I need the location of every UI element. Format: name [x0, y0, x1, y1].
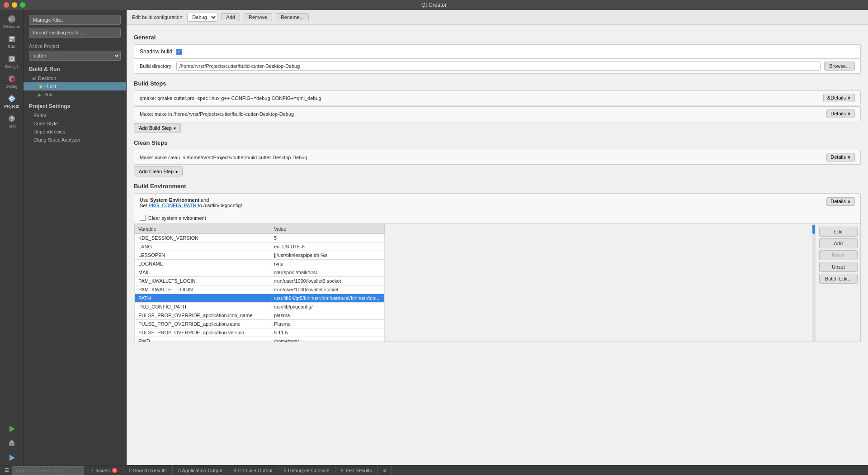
- env-table: Variable Value KDE_SESSION_VERSION5LANGe…: [134, 224, 385, 342]
- add-build-step-button[interactable]: Add Build Step ▾: [134, 123, 181, 133]
- env-table-wrapper: Variable Value KDE_SESSION_VERSION5LANGe…: [134, 224, 861, 342]
- edit-label: Edit: [8, 44, 15, 49]
- titlebar-controls: [4, 2, 25, 8]
- env-edit-button[interactable]: Edit: [819, 227, 858, 237]
- table-row[interactable]: PWD/home/rvrsr: [135, 337, 385, 342]
- env-description-text: Use System Environment and Set PKG_CONFI…: [140, 197, 826, 208]
- clear-env-label: Clear system environment: [148, 215, 206, 221]
- statusbar-tab-search[interactable]: 2 Search Results: [123, 466, 173, 475]
- minimize-btn[interactable]: [12, 2, 17, 8]
- env-col-variable: Variable: [135, 224, 270, 234]
- build-dir-label: Build directory:: [140, 63, 173, 69]
- env-scrollbar[interactable]: [812, 224, 816, 342]
- env-header-row: Use System Environment and Set PKG_CONFI…: [134, 193, 861, 212]
- titlebar: Qt Creator: [0, 0, 868, 10]
- env-batch-edit-button[interactable]: Batch Edit...: [819, 274, 858, 284]
- pkg-config-link[interactable]: PKG_CONFIG_PATH: [149, 203, 197, 208]
- close-btn[interactable]: [4, 2, 9, 8]
- env-action-buttons: Edit Add Reset Unset Batch Edit...: [819, 224, 860, 342]
- sidebar-item-help[interactable]: ? Help: [0, 111, 23, 131]
- run-button-icon[interactable]: [0, 422, 23, 436]
- table-row[interactable]: LANGen_US.UTF-8: [135, 242, 385, 251]
- statusbar-tabs: 1 Issues 9 2 Search Results 3 Applicatio…: [86, 466, 868, 475]
- table-row[interactable]: LOGNAMErvrsr: [135, 260, 385, 268]
- sidebar-item-edit[interactable]: Edit: [0, 32, 23, 52]
- monitor-icon: 🖥: [32, 76, 36, 81]
- sidebar-item-design[interactable]: Design: [0, 52, 23, 71]
- table-row[interactable]: PKG_CONFIG_PATH/usr/lib/pkgconfig/: [135, 303, 385, 311]
- rename-config-button[interactable]: Rename...: [276, 13, 309, 21]
- sidebar-item-welcome[interactable]: ⌂ Welcome: [0, 12, 23, 32]
- content-area: Edit build configuration: Debug Add Remo…: [127, 10, 868, 465]
- remove-config-button[interactable]: Remove: [244, 13, 272, 21]
- env-details-button[interactable]: Details ∧: [826, 197, 855, 206]
- sidebar-item-projects[interactable]: Projects: [0, 91, 23, 111]
- table-row[interactable]: MAIL/var/spool/mail/rvrsr: [135, 268, 385, 277]
- locate-input[interactable]: [12, 466, 84, 475]
- settings-item-clang[interactable]: Clang Static Analyzer: [24, 136, 126, 144]
- build-dir-input[interactable]: [176, 62, 821, 71]
- make-details-button[interactable]: Details ∨: [826, 109, 855, 118]
- debug-run-icon[interactable]: [0, 451, 23, 465]
- statusbar-toggle-btn[interactable]: ☰: [2, 466, 12, 475]
- add-config-button[interactable]: Add: [221, 13, 240, 21]
- shadow-build-label: Shadow build:: [140, 48, 174, 55]
- svg-rect-19: [9, 442, 14, 446]
- sidebar: Manage Kits... Import Existing Build... …: [24, 10, 127, 465]
- build-config-select[interactable]: Debug: [187, 13, 217, 22]
- statusbar-left: ☰: [0, 466, 86, 475]
- maximize-btn[interactable]: [20, 2, 25, 8]
- table-row[interactable]: KDE_SESSION_VERSION5: [135, 234, 385, 242]
- build-step-make: Make: make in /home/rvrsr/Projects/cutte…: [134, 106, 861, 121]
- tree-item-run[interactable]: ▶ Run: [24, 90, 126, 99]
- projects-label: Projects: [4, 104, 19, 109]
- config-bar: Edit build configuration: Debug Add Remo…: [127, 10, 868, 25]
- design-label: Design: [5, 64, 18, 69]
- statusbar-tab-test[interactable]: 8 Test Results: [335, 466, 378, 475]
- clean-details-button[interactable]: Details ∨: [826, 153, 855, 162]
- env-table-scroll[interactable]: Variable Value KDE_SESSION_VERSION5LANGe…: [134, 224, 808, 342]
- statusbar-tab-app-output[interactable]: 3 Application Output: [173, 466, 228, 475]
- table-row[interactable]: PATH/usr/lib64/qt5/bin:/usr/bin:/usr/loc…: [135, 294, 385, 303]
- table-row[interactable]: PAM_KWALLET5_LOGIN/run/user/1000/kwallet…: [135, 277, 385, 285]
- env-reset-button[interactable]: Reset: [819, 250, 858, 260]
- svg-marker-21: [9, 455, 15, 461]
- settings-item-editor[interactable]: Editor: [24, 111, 126, 119]
- table-row[interactable]: PULSE_PROP_OVERRIDE_application.icon_nam…: [135, 311, 385, 320]
- env-add-button[interactable]: Add: [819, 238, 858, 248]
- add-clean-step-button[interactable]: Add Clean Step ▾: [134, 166, 183, 176]
- settings-item-dependencies[interactable]: Dependencies: [24, 128, 126, 136]
- statusbar-more-btn[interactable]: ≡: [378, 466, 392, 475]
- tree-item-desktop[interactable]: 🖥 Desktop: [24, 74, 126, 82]
- import-build-button[interactable]: Import Existing Build...: [29, 28, 121, 38]
- statusbar-tab-debugger[interactable]: 5 Debugger Console: [278, 466, 335, 475]
- table-row[interactable]: PULSE_PROP_OVERRIDE_application.namePlas…: [135, 320, 385, 328]
- statusbar: ☰ 1 Issues 9 2 Search Results 3 Applicat…: [0, 465, 868, 475]
- svg-marker-20: [9, 440, 14, 442]
- env-col-value: Value: [270, 224, 385, 234]
- pkg-config-value: /usr/lib/pkgconfig/: [203, 203, 242, 208]
- build-button-icon[interactable]: [0, 436, 23, 451]
- shadow-build-row: Shadow build:: [134, 44, 861, 59]
- table-row[interactable]: LESSOPEN||/usr/bin/lesspipe.sh %s: [135, 251, 385, 260]
- build-steps-header: Build Steps: [134, 80, 861, 87]
- statusbar-tab-issues[interactable]: 1 Issues 9: [86, 466, 123, 475]
- build-step-qmake-text: qmake: qmake cutter.pro -spec linux-g++ …: [140, 95, 823, 101]
- shadow-build-checkbox[interactable]: [176, 49, 182, 55]
- build-step-make-text: Make: make in /home/rvrsr/Projects/cutte…: [140, 111, 826, 117]
- svg-rect-6: [9, 56, 15, 62]
- clear-env-checkbox[interactable]: [140, 215, 146, 221]
- statusbar-tab-compile[interactable]: 4 Compile Output: [228, 466, 278, 475]
- tree-item-build[interactable]: ⚡ Build: [24, 82, 126, 90]
- settings-item-code-style[interactable]: Code Style: [24, 119, 126, 128]
- run-arrow-icon: ▶: [38, 92, 42, 97]
- project-select[interactable]: cutter: [29, 51, 121, 61]
- env-unset-button[interactable]: Unset: [819, 262, 858, 272]
- sidebar-item-debug[interactable]: 🐞 Debug: [0, 71, 23, 91]
- svg-marker-18: [9, 426, 15, 432]
- qmake-details-button[interactable]: &Details ∨: [823, 94, 855, 102]
- manage-kits-button[interactable]: Manage Kits...: [29, 15, 121, 25]
- table-row[interactable]: PAM_KWALLET_LOGIN/run/user/1000/kwallet.…: [135, 285, 385, 294]
- browse-button[interactable]: Browse...: [824, 62, 855, 71]
- table-row[interactable]: PULSE_PROP_OVERRIDE_application.version5…: [135, 328, 385, 337]
